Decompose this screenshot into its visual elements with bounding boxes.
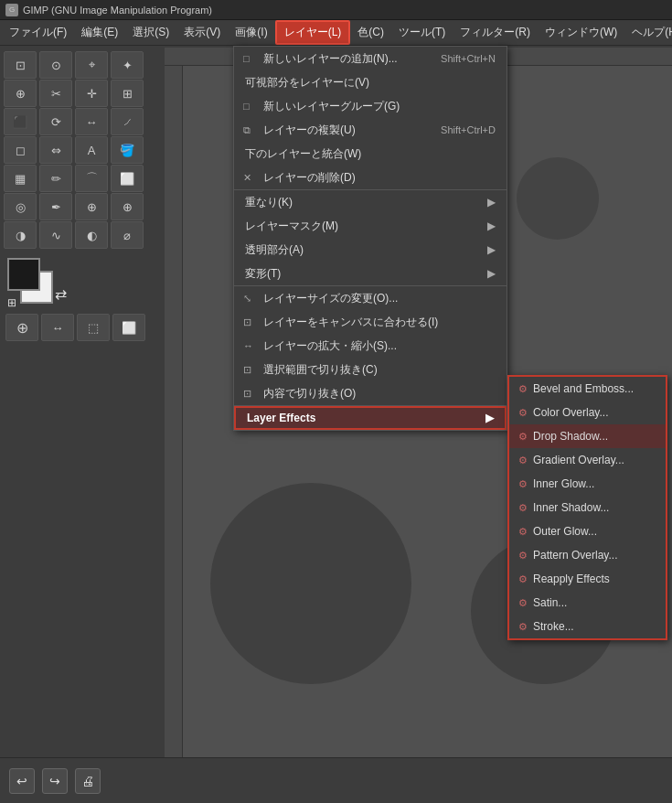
- layer-menu-dropdown: □ 新しいレイヤーの追加(N)... Shift+Ctrl+N 可視部分をレイヤ…: [233, 46, 507, 431]
- submenu-drop-shadow[interactable]: ⚙ Drop Shadow...: [509, 424, 666, 448]
- menu-edit[interactable]: 編集(E): [74, 22, 125, 43]
- menu-visible-to-layer[interactable]: 可視部分をレイヤーに(V): [234, 70, 507, 94]
- tool-by-color-select[interactable]: ⊕: [4, 80, 37, 107]
- menu-tools[interactable]: ツール(T): [391, 22, 453, 43]
- menu-image[interactable]: 画像(I): [228, 22, 274, 43]
- tool-smudge[interactable]: ∿: [39, 221, 72, 249]
- bottom-bar: ↩ ↪ 🖨: [0, 757, 672, 803]
- submenu-pattern-overlay[interactable]: ⚙ Pattern Overlay...: [509, 543, 666, 567]
- canvas-fit-icon: ⊡: [243, 316, 251, 328]
- menu-transform[interactable]: 変形(T) ▶: [234, 262, 507, 285]
- fx-icon-inner-shadow: ⚙: [518, 502, 528, 514]
- tool-ink[interactable]: ✒: [39, 193, 72, 220]
- tool-rotate[interactable]: ⟳: [39, 108, 72, 135]
- menu-layer[interactable]: レイヤー(L): [275, 20, 351, 45]
- menu-windows[interactable]: ウィンドウ(W): [538, 22, 624, 43]
- fx-icon-gradient: ⚙: [518, 455, 528, 466]
- redo-button[interactable]: ↪: [42, 768, 68, 794]
- arrow-icon-4: ▶: [487, 267, 496, 280]
- scale-icon: ↔: [243, 340, 253, 351]
- screen-mode-icon[interactable]: ⬚: [77, 314, 110, 341]
- crop-content-icon: ⊡: [243, 388, 251, 400]
- tool-perspective[interactable]: ◻: [4, 136, 37, 164]
- fx-icon-pattern: ⚙: [518, 550, 528, 562]
- submenu-inner-shadow[interactable]: ⚙ Inner Shadow...: [509, 496, 666, 519]
- print-button[interactable]: 🖨: [75, 768, 101, 794]
- tool-paintbrush[interactable]: ⌒: [75, 165, 108, 192]
- submenu-reapply-effects[interactable]: ⚙ Reapply Effects: [509, 567, 666, 591]
- menu-filters[interactable]: フィルター(R): [453, 22, 538, 43]
- new-layer-icon: □: [243, 53, 250, 64]
- submenu-color-overlay[interactable]: ⚙ Color Overlay...: [509, 401, 666, 424]
- tool-flip[interactable]: ⇔: [39, 136, 72, 164]
- fx-icon-stroke: ⚙: [518, 621, 528, 633]
- menu-scale-layer[interactable]: ↔ レイヤーの拡大・縮小(S)...: [234, 334, 507, 358]
- menu-duplicate-layer[interactable]: ⧉ レイヤーの複製(U) Shift+Ctrl+D: [234, 118, 507, 142]
- tool-paths[interactable]: ⌀: [111, 221, 144, 249]
- fx-icon-outer-glow: ⚙: [518, 526, 528, 538]
- tool-move[interactable]: ✛: [75, 80, 108, 107]
- menu-help[interactable]: ヘルプ(H): [624, 22, 672, 43]
- tool-blur-sharpen[interactable]: ◑: [4, 221, 37, 249]
- tool-crop[interactable]: ⬛: [4, 108, 37, 135]
- submenu-outer-glow[interactable]: ⚙ Outer Glow...: [509, 519, 666, 543]
- menu-new-layer-group[interactable]: □ 新しいレイヤーグループ(G): [234, 94, 507, 118]
- app-title: GIMP (GNU Image Manipulation Program): [23, 5, 212, 16]
- layer-size-icon: ⤡: [243, 293, 251, 305]
- tool-eraser[interactable]: ⬜: [111, 165, 144, 192]
- color-swatches: ⇄ ⊞: [7, 258, 157, 308]
- tool-ellipse-select[interactable]: ⊙: [39, 51, 72, 79]
- menu-stack[interactable]: 重なり(K) ▶: [234, 190, 507, 214]
- toolbox: ⊡ ⊙ ⌖ ✦ ⊕ ✂ ✛ ⊞ ⬛ ⟳ ↔ ⟋ ◻ ⇔ A 🪣 ▦ ✏ ⌒ ⬜ …: [0, 48, 165, 757]
- submenu-gradient-overlay[interactable]: ⚙ Gradient Overlay...: [509, 448, 666, 472]
- bg-shape-1: [210, 483, 411, 684]
- submenu-satin[interactable]: ⚙ Satin...: [509, 591, 666, 615]
- menu-layer-size[interactable]: ⤡ レイヤーサイズの変更(O)...: [234, 286, 507, 310]
- crop-icon: ⊡: [243, 364, 251, 376]
- menu-layer-to-canvas[interactable]: ⊡ レイヤーをキャンバスに合わせる(I): [234, 310, 507, 334]
- tool-heal[interactable]: ⊕: [75, 193, 108, 220]
- menu-delete-layer[interactable]: ✕ レイヤーの削除(D): [234, 166, 507, 189]
- tool-airbrush[interactable]: ◎: [4, 193, 37, 220]
- layer-effects-submenu: ⚙ Bevel and Emboss... ⚙ Color Overlay...…: [507, 375, 667, 640]
- menu-layer-effects[interactable]: Layer Effects ▶: [234, 406, 507, 430]
- menu-view[interactable]: 表示(V): [176, 22, 228, 43]
- menu-transparency[interactable]: 透明部分(A) ▶: [234, 238, 507, 262]
- menu-new-layer[interactable]: □ 新しいレイヤーの追加(N)... Shift+Ctrl+N: [234, 47, 507, 70]
- view-mode-icon[interactable]: ↔: [41, 314, 74, 341]
- tool-blend[interactable]: ▦: [4, 165, 37, 192]
- tool-scale[interactable]: ↔: [75, 108, 108, 135]
- zoom-in-out-icon[interactable]: ⊕: [5, 314, 38, 341]
- arrow-icon-2: ▶: [487, 219, 496, 232]
- menu-crop-to-selection[interactable]: ⊡ 選択範囲で切り抜き(C): [234, 358, 507, 381]
- tool-rect-select[interactable]: ⊡: [4, 51, 37, 79]
- tool-grid: ⊡ ⊙ ⌖ ✦ ⊕ ✂ ✛ ⊞ ⬛ ⟳ ↔ ⟋ ◻ ⇔ A 🪣 ▦ ✏ ⌒ ⬜ …: [0, 48, 165, 252]
- tool-text[interactable]: A: [75, 136, 108, 164]
- menu-select[interactable]: 選択(S): [125, 22, 176, 43]
- tool-pencil[interactable]: ✏: [39, 165, 72, 192]
- tool-clone[interactable]: ⊕: [111, 193, 144, 220]
- submenu-inner-glow[interactable]: ⚙ Inner Glow...: [509, 472, 666, 496]
- tool-shear[interactable]: ⟋: [111, 108, 144, 135]
- view-controls: ⊕ ↔ ⬚ ⬜: [5, 314, 159, 341]
- tool-bucket-fill[interactable]: 🪣: [111, 136, 144, 164]
- menu-color[interactable]: 色(C): [350, 22, 391, 43]
- menu-crop-content[interactable]: ⊡ 内容で切り抜き(O): [234, 381, 507, 405]
- tool-align[interactable]: ⊞: [111, 80, 144, 107]
- fx-icon-satin: ⚙: [518, 597, 528, 609]
- undo-button[interactable]: ↩: [9, 768, 35, 794]
- fullscreen-icon[interactable]: ⬜: [112, 314, 145, 341]
- swap-colors-icon[interactable]: ⇄: [55, 285, 67, 303]
- tool-dodge-burn[interactable]: ◐: [75, 221, 108, 249]
- submenu-stroke[interactable]: ⚙ Stroke...: [509, 615, 666, 638]
- tool-free-select[interactable]: ⌖: [75, 51, 108, 79]
- menu-layer-mask[interactable]: レイヤーマスク(M) ▶: [234, 214, 507, 238]
- foreground-color[interactable]: [7, 258, 40, 291]
- arrow-icon-3: ▶: [487, 243, 496, 256]
- reset-colors-icon[interactable]: ⊞: [7, 296, 16, 309]
- menu-merge-down[interactable]: 下のレイヤーと統合(W): [234, 142, 507, 166]
- submenu-bevel-emboss[interactable]: ⚙ Bevel and Emboss...: [509, 377, 666, 401]
- tool-fuzzy-select[interactable]: ✦: [111, 51, 144, 79]
- tool-scissors[interactable]: ✂: [39, 80, 72, 107]
- menu-file[interactable]: ファイル(F): [2, 22, 74, 43]
